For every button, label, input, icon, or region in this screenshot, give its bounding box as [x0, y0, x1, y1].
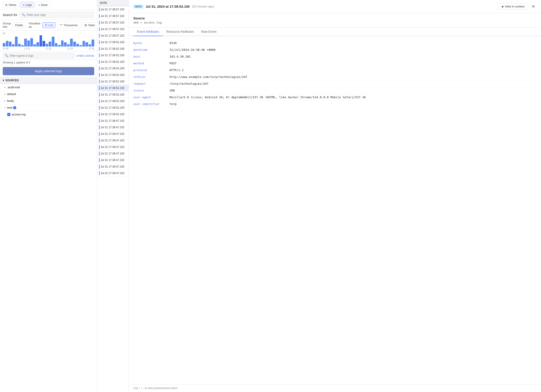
chevron-left-icon: ◂: [76, 54, 78, 57]
log-row[interactable]: Jul 31 17:38:47.102: [97, 144, 129, 150]
close-button[interactable]: ✕: [530, 3, 536, 10]
attribute-value: http://www.example.com/torp/technologies…: [170, 75, 536, 79]
chart-x-labels: 17:2017:2117:2217:2417:25: [3, 47, 94, 50]
log-level-indicator: [99, 99, 100, 103]
list-label: List: [48, 24, 53, 27]
chart-bar: [70, 39, 73, 46]
log-row[interactable]: Jul 31 17:38:47.102: [97, 124, 129, 131]
timeseries-view-button[interactable]: 〜 Timeseries: [57, 22, 80, 28]
log-timestamp: Jul 31 17:38:47.102: [101, 172, 124, 175]
log-row[interactable]: Jul 31 17:38:57.102: [97, 19, 129, 26]
group-label: Group into: [3, 22, 11, 28]
log-level-indicator: [99, 27, 100, 31]
chart-bar: [88, 44, 91, 46]
log-row[interactable]: Jul 31 17:38:57.102: [97, 32, 129, 39]
log-timestamp: Jul 31 17:38:57.102: [101, 28, 124, 31]
attribute-key: bytes: [133, 41, 170, 45]
attribute-value: /torp/technologies/247: [170, 82, 536, 85]
chart-area: 40 17:2017:2117:2217:2417:25: [0, 31, 97, 51]
source-name-access-log: access.log: [12, 113, 26, 116]
attribute-value: torp: [170, 102, 536, 106]
attribute-key: referer: [133, 75, 170, 79]
sources-header[interactable]: ▾ SOURCES: [0, 77, 97, 84]
attribute-value: Mozilla/5.0 (Linux; Android 10; K) Apple…: [170, 96, 536, 99]
log-row[interactable]: Jul 31 17:38:57.102: [97, 13, 129, 19]
fields-button[interactable]: Fields: [13, 22, 26, 28]
log-row[interactable]: Jul 31 17:38:52.100: [97, 59, 129, 65]
chart-bar: [9, 41, 11, 47]
sources-section: ▾ SOURCES ▸ .audit-trail ▸ default ▸ fas…: [0, 77, 97, 392]
chart-bar: [55, 43, 58, 46]
attribute-value: 8339: [170, 41, 536, 45]
save-label: Save: [41, 3, 48, 6]
log-row[interactable]: Jul 31 17:38:52.100: [97, 65, 129, 72]
source-item-access-log[interactable]: ✓ access.log: [0, 111, 97, 118]
event-tab-resource-attributes[interactable]: Resource Attributes: [163, 28, 198, 36]
log-level-indicator: [99, 152, 100, 156]
source-item-audit-trail[interactable]: ▸ .audit-trail: [0, 84, 97, 91]
filter-input[interactable]: [10, 54, 72, 57]
hide-controls-button[interactable]: ◂ Hide controls: [76, 54, 94, 57]
attribute-row: status200: [133, 87, 536, 94]
log-row[interactable]: Jul 31 17:38:52.100: [97, 92, 129, 98]
log-row[interactable]: Jul 31 17:38:52.100: [97, 39, 129, 46]
log-row[interactable]: Jul 31 17:38:57.102: [97, 26, 129, 32]
log-row[interactable]: Jul 31 17:38:57.102: [97, 6, 129, 13]
views-button[interactable]: ⊞ Views: [3, 2, 19, 8]
log-timestamp: Jul 31 17:38:52.100: [101, 93, 124, 96]
filter-search-icon: 🔍: [5, 54, 8, 57]
source-checkbox-access-log[interactable]: ✓: [7, 113, 10, 116]
log-row[interactable]: Jul 31 17:38:52.100: [97, 78, 129, 85]
source-item-fastly[interactable]: ▸ fastly: [0, 97, 97, 104]
chart-bar: [73, 41, 76, 47]
chart-bar: [21, 45, 24, 46]
attribute-key: user-agent: [133, 96, 170, 99]
log-timestamp: Jul 31 17:38:52.100: [101, 100, 124, 103]
list-view-button[interactable]: ☰ List: [42, 22, 55, 28]
chart-bar: [79, 45, 82, 46]
search-input[interactable]: [27, 13, 92, 16]
web-badge: web ✓: [7, 106, 16, 109]
save-button[interactable]: + Save: [36, 2, 50, 8]
chart-x-label: 17:22: [46, 47, 51, 50]
view-in-context-button[interactable]: ◈ View in context: [498, 3, 528, 10]
log-row[interactable]: Jul 31 17:38:47.102: [97, 131, 129, 137]
log-row[interactable]: Jul 31 17:38:52.100: [97, 46, 129, 52]
log-timestamp: Jul 31 17:38:52.100: [101, 47, 124, 50]
log-row[interactable]: Jul 31 17:38:52.100: [97, 85, 129, 92]
log-row[interactable]: Jul 31 17:38:47.102: [97, 157, 129, 163]
chart-bar: [61, 41, 64, 47]
log-row[interactable]: Jul 31 17:38:52.100: [97, 72, 129, 78]
status-text: Showing 1 applied of 5: [3, 61, 30, 64]
log-row[interactable]: Jul 31 17:38:52.100: [97, 98, 129, 105]
log-row[interactable]: Jul 31 17:38:47.102: [97, 118, 129, 124]
log-timestamp: Jul 31 17:38:47.102: [101, 139, 124, 142]
log-row[interactable]: Jul 31 17:38:52.100: [97, 111, 129, 118]
log-row[interactable]: Jul 31 17:38:47.102: [97, 137, 129, 144]
chart-bar: [15, 37, 18, 46]
source-item-web[interactable]: ▾ web ✓: [0, 104, 97, 111]
log-row[interactable]: Jul 31 17:38:47.102: [97, 163, 129, 170]
log-row[interactable]: Jul 31 17:38:47.102: [97, 170, 129, 177]
log-timestamp: Jul 31 17:38:52.100: [101, 113, 124, 116]
source-item-default[interactable]: ▸ default: [0, 91, 97, 97]
logs-button[interactable]: ≡ Logs: [20, 2, 34, 8]
source-name-audit-trail: .audit-trail: [7, 86, 20, 89]
chevron-right-icon: ▸: [5, 93, 6, 95]
source-info-box: Source web > access.log: [129, 13, 541, 28]
log-timestamp: Jul 31 17:38:52.100: [101, 54, 124, 57]
log-timestamp: Jul 31 17:38:57.102: [101, 15, 124, 18]
search-icon: 🔍: [22, 13, 25, 16]
apply-selected-logs-button[interactable]: Apply selected logs: [3, 67, 94, 75]
table-view-button[interactable]: ⊞ Table: [82, 22, 97, 28]
log-level-indicator: [99, 165, 100, 169]
log-timestamp: Jul 31 17:38:47.102: [101, 165, 124, 168]
log-row[interactable]: Jul 31 17:38:52.100: [97, 105, 129, 111]
log-level-indicator: [99, 73, 100, 77]
event-tab-event-attributes[interactable]: Event Attributes: [133, 28, 163, 36]
log-row[interactable]: Jul 31 17:38:47.102: [97, 150, 129, 157]
log-row[interactable]: Jul 31 17:38:52.100: [97, 52, 129, 59]
attribute-row: user-identifiertorp: [133, 101, 536, 107]
event-tab-raw-event[interactable]: Raw Event: [198, 28, 220, 36]
chart-x-label: 17:24: [67, 47, 73, 50]
